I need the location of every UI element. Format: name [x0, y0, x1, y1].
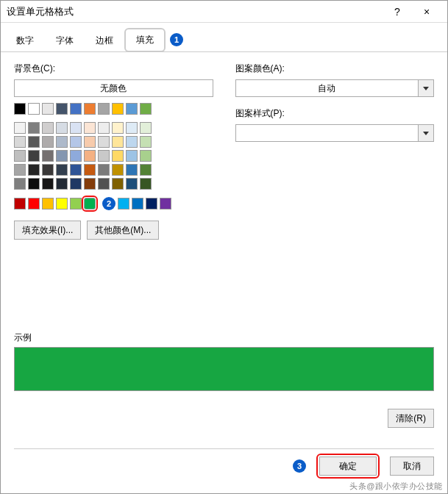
color-swatch[interactable]	[42, 136, 54, 148]
color-swatch[interactable]	[70, 103, 82, 115]
annotation-2: 2	[102, 197, 115, 210]
color-swatch[interactable]	[112, 178, 124, 190]
color-swatch[interactable]	[98, 164, 110, 176]
color-swatch[interactable]	[84, 122, 96, 134]
color-swatch[interactable]	[70, 150, 82, 162]
color-swatch[interactable]	[28, 164, 40, 176]
annotation-3: 3	[293, 459, 306, 473]
color-swatch[interactable]	[112, 150, 124, 162]
color-swatch[interactable]	[42, 178, 54, 190]
color-swatch[interactable]	[14, 178, 26, 190]
color-swatch[interactable]	[14, 164, 26, 176]
color-swatch[interactable]	[56, 122, 68, 134]
color-swatch[interactable]	[84, 164, 96, 176]
color-swatch[interactable]	[140, 136, 152, 148]
color-swatch[interactable]	[140, 164, 152, 176]
color-swatch[interactable]	[14, 150, 26, 162]
color-swatch[interactable]	[160, 198, 171, 210]
format-cells-dialog: 设置单元格格式 ? × 数字 字体 边框 填充 1 背景色(C): 无颜色 2	[0, 0, 448, 494]
chevron-down-icon[interactable]	[418, 79, 434, 97]
color-swatch[interactable]	[84, 136, 96, 148]
window-title: 设置单元格格式	[7, 5, 383, 18]
color-swatch[interactable]	[70, 198, 82, 210]
fill-effects-button[interactable]: 填充效果(I)...	[14, 221, 81, 240]
color-swatch[interactable]	[112, 136, 124, 148]
color-swatch[interactable]	[112, 122, 124, 134]
color-swatch[interactable]	[56, 178, 68, 190]
color-swatch[interactable]	[112, 164, 124, 176]
color-swatch[interactable]	[28, 136, 40, 148]
tab-fill[interactable]: 填充	[124, 28, 166, 52]
pattern-color-combo[interactable]: 自动	[235, 79, 435, 97]
close-button[interactable]: ×	[412, 6, 441, 18]
color-swatch[interactable]	[126, 136, 138, 148]
color-swatch[interactable]	[42, 198, 54, 210]
help-button[interactable]: ?	[383, 6, 412, 18]
right-column: 图案颜色(A): 自动 图案样式(P):	[235, 62, 435, 240]
color-swatch[interactable]	[126, 122, 138, 134]
color-swatch[interactable]	[84, 198, 96, 210]
color-swatch[interactable]	[126, 178, 138, 190]
color-swatch[interactable]	[126, 164, 138, 176]
annotation-1: 1	[170, 33, 183, 46]
ok-button[interactable]: 确定	[319, 457, 377, 476]
color-swatch[interactable]	[56, 164, 68, 176]
color-swatch[interactable]	[98, 103, 110, 115]
color-swatch[interactable]	[28, 178, 40, 190]
sample-label: 示例	[14, 332, 434, 344]
color-swatch[interactable]	[84, 103, 96, 115]
color-swatch[interactable]	[140, 178, 152, 190]
color-swatch[interactable]	[146, 198, 157, 210]
clear-button[interactable]: 清除(R)	[388, 409, 434, 428]
chevron-down-icon[interactable]	[418, 124, 434, 142]
color-swatch[interactable]	[84, 150, 96, 162]
cancel-button[interactable]: 取消	[390, 457, 434, 476]
tab-font[interactable]: 字体	[45, 29, 85, 51]
color-swatch[interactable]	[70, 136, 82, 148]
color-swatch[interactable]	[98, 178, 110, 190]
color-swatch[interactable]	[132, 198, 143, 210]
theme-colors-palette	[14, 103, 213, 190]
color-swatch[interactable]	[118, 198, 129, 210]
color-swatch[interactable]	[42, 103, 54, 115]
color-swatch[interactable]	[42, 122, 54, 134]
more-colors-button[interactable]: 其他颜色(M)...	[87, 221, 159, 240]
color-swatch[interactable]	[14, 198, 26, 210]
color-swatch[interactable]	[56, 136, 68, 148]
pattern-style-value	[235, 124, 419, 142]
color-swatch[interactable]	[98, 150, 110, 162]
color-swatch[interactable]	[140, 122, 152, 134]
pattern-style-label: 图案样式(P):	[235, 107, 435, 120]
color-swatch[interactable]	[28, 122, 40, 134]
color-swatch[interactable]	[42, 150, 54, 162]
color-swatch[interactable]	[140, 103, 152, 115]
color-swatch[interactable]	[70, 122, 82, 134]
color-swatch[interactable]	[14, 136, 26, 148]
color-swatch[interactable]	[14, 122, 26, 134]
color-swatch[interactable]	[112, 103, 124, 115]
color-swatch[interactable]	[140, 150, 152, 162]
color-swatch[interactable]	[84, 178, 96, 190]
no-color-button[interactable]: 无颜色	[14, 79, 213, 97]
color-swatch[interactable]	[14, 103, 26, 115]
color-swatch[interactable]	[28, 150, 40, 162]
color-swatch[interactable]	[28, 198, 40, 210]
tab-number[interactable]: 数字	[5, 29, 45, 51]
watermark: 头条@跟小依学办公技能	[349, 481, 443, 492]
color-swatch[interactable]	[70, 164, 82, 176]
pattern-style-combo[interactable]	[235, 124, 435, 142]
color-swatch[interactable]	[56, 103, 68, 115]
sample-area: 示例	[14, 332, 434, 391]
color-swatch[interactable]	[126, 103, 138, 115]
color-swatch[interactable]	[98, 122, 110, 134]
color-swatch[interactable]	[98, 136, 110, 148]
color-swatch[interactable]	[56, 150, 68, 162]
tab-strip: 数字 字体 边框 填充 1	[1, 27, 447, 52]
color-swatch[interactable]	[70, 178, 82, 190]
tab-border[interactable]: 边框	[85, 29, 124, 51]
color-swatch[interactable]	[126, 150, 138, 162]
color-swatch[interactable]	[42, 164, 54, 176]
sample-preview	[14, 347, 434, 391]
color-swatch[interactable]	[28, 103, 40, 115]
color-swatch[interactable]	[56, 198, 68, 210]
